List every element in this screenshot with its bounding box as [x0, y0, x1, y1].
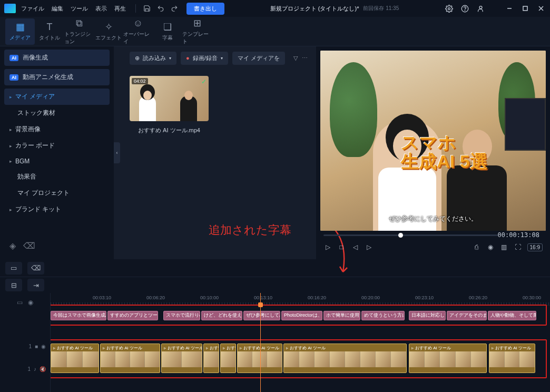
video-clip[interactable]: ▹おすすめ AI ツール — [100, 344, 160, 373]
track-number: 1 — [27, 366, 31, 372]
main-tab-bar: ▦メディア Tタイトル ⧉トランジション ✧エフェクト ☺オーバーレイ ❏字幕 … — [0, 17, 550, 46]
window-maximize-icon[interactable] — [520, 4, 530, 13]
media-content-pane: ‹ ⊕読み込み▾ ●録画/録音▾ マイ メディアを ▽ ⋯ 04:02 ✓ おす… — [114, 46, 316, 259]
menu-play[interactable]: 再生 — [114, 5, 126, 13]
sidebar-item-stock[interactable]: ストック素材 — [4, 105, 110, 121]
video-clip[interactable]: ▹おすすめ AI ツール — [220, 344, 236, 373]
window-close-icon[interactable] — [536, 4, 546, 13]
play-icon[interactable]: ▷ — [323, 243, 332, 251]
aspect-ratio-button[interactable]: 16:9 — [527, 243, 543, 251]
check-icon: ✓ — [201, 78, 207, 85]
timeline-tool-1[interactable]: ▭ — [5, 262, 22, 275]
menu-file[interactable]: ファイル — [21, 5, 44, 13]
mymedia-filter-button[interactable]: マイ メディアを — [232, 52, 285, 65]
snapshot-icon[interactable]: ⎙ — [473, 243, 481, 251]
window-minimize-icon[interactable] — [505, 4, 514, 13]
sidebar-item-background[interactable]: ▸背景画像 — [4, 121, 110, 138]
redo-icon[interactable] — [170, 4, 179, 13]
filter-icon[interactable]: ▽ — [293, 55, 298, 62]
timeline-mode-1[interactable]: ⊟ — [5, 279, 22, 291]
sidebar-item-mymedia[interactable]: ▸マイ メディア — [4, 89, 110, 105]
subtitle-track[interactable]: 今回はスマホで画像生成Aすすめのアプリとツールスマホで流行りの画けど、どれを使え… — [51, 309, 550, 325]
subtitle-clip[interactable]: すすめのアプリとツール — [107, 311, 158, 320]
stop-icon[interactable]: □ — [337, 243, 346, 251]
timeline-ruler[interactable]: 00:03:1000:06:2000:10:0000:13:1000:16:20… — [51, 293, 550, 306]
menu-edit[interactable]: 編集 — [52, 5, 63, 13]
video-track[interactable]: ▹おすすめ AI ツール▹おすすめ AI ツール▹おすすめ AI ツール▹おすす… — [51, 342, 550, 375]
timeline-tracks[interactable]: 00:03:1000:06:2000:10:0000:13:1000:16:20… — [51, 293, 550, 392]
tab-media[interactable]: ▦メディア — [5, 18, 35, 45]
subtitle-clip[interactable]: 今回はスマホで画像生成A — [51, 311, 106, 320]
more-icon[interactable]: ⋯ — [302, 55, 308, 62]
sidebar-item-brandkit[interactable]: ▸ブランド キット — [4, 201, 110, 218]
sidebar-item-bgm[interactable]: ▸BGM — [4, 154, 110, 169]
video-clip[interactable]: ▹おすすめ AI ツール — [237, 344, 282, 373]
subtitle-clip[interactable]: ぜひ参考にしてみ — [243, 311, 280, 320]
mute-icon[interactable]: 🔇 — [40, 366, 46, 372]
tab-effect[interactable]: ✧エフェクト — [94, 18, 123, 45]
account-icon[interactable] — [476, 4, 486, 13]
tab-title[interactable]: Tタイトル — [35, 18, 64, 45]
preview-timecode: 00:00:13:08 — [498, 231, 539, 239]
compare-icon[interactable]: ▥ — [500, 243, 508, 251]
tab-overlay[interactable]: ☺オーバーレイ — [123, 18, 153, 45]
record-button[interactable]: ●録画/録音▾ — [181, 52, 228, 65]
media-duration: 04:02 — [132, 78, 148, 84]
video-track-icon[interactable]: ■ — [35, 344, 38, 349]
audio-track[interactable] — [51, 375, 550, 388]
sidebar-item-sfx[interactable]: 効果音 — [4, 169, 110, 185]
visibility-icon[interactable]: ◉ — [41, 344, 46, 349]
tab-template[interactable]: ⊞テンプレート — [182, 18, 212, 45]
titlebar: ファイル 編集 ツール 表示 再生 書き出し 新規プロジェクト (タイトルなし)… — [0, 0, 550, 17]
video-clip[interactable]: ▹おすすめ AI ツール — [283, 344, 407, 373]
subtitle-clip[interactable]: けど、どれを使えばい — [201, 311, 242, 320]
video-clip[interactable]: ▹おすすめ AI ツール — [203, 344, 219, 373]
preview-video[interactable]: スマホ 生成AI 5選 ぜひ参考にしてみてください。 — [320, 51, 546, 231]
help-icon[interactable] — [460, 4, 470, 13]
preview-overlay-text: スマホ 生成AI 5選 — [401, 133, 487, 171]
timeline-mode-2[interactable]: ⇥ — [27, 279, 44, 291]
settings-icon[interactable] — [445, 4, 454, 13]
tab-transition[interactable]: ⧉トランジション — [64, 18, 94, 45]
video-clip[interactable]: ▹おすすめ AI ツール — [409, 344, 487, 373]
project-title: 新規プロジェクト (タイトルなし)* — [270, 5, 359, 13]
subtitle-clip[interactable]: PhotoDirectorは、 — [281, 311, 322, 320]
video-clip[interactable]: ▹おすすめ AI ツール — [489, 344, 535, 373]
fullscreen-icon[interactable]: ⛶ — [514, 243, 522, 251]
export-button[interactable]: 書き出し — [186, 3, 224, 15]
visibility-icon[interactable]: ◉ — [28, 299, 33, 306]
eyedropper-icon[interactable]: ◈ — [9, 241, 16, 251]
subtitle-clip[interactable]: 人物や動物、そして風 — [488, 311, 536, 320]
subtitle-track-icon[interactable]: ▭ — [17, 299, 23, 306]
subtitle-clip[interactable]: 日本語に対応して — [409, 311, 446, 320]
subtitle-clip[interactable]: めて使うという方に — [361, 311, 405, 320]
timeline-tool-eraser[interactable]: ⌫ — [27, 262, 44, 275]
next-frame-icon[interactable]: ▷ — [365, 243, 373, 251]
playhead[interactable] — [260, 293, 261, 392]
prev-frame-icon[interactable]: ◁ — [351, 243, 359, 251]
sidebar-item-colorboard[interactable]: ▸カラー ボード — [4, 138, 110, 154]
import-button[interactable]: ⊕読み込み▾ — [130, 52, 176, 65]
timeline-area: ▭ ⌫ ⊟ ⇥ ▭ ◉ 1 ■ ◉ 1 ♪ 🔇 00:03:1000:06:20… — [0, 259, 550, 392]
quality-icon[interactable]: ◉ — [486, 243, 495, 251]
tab-subtitle[interactable]: ❏字幕 — [153, 18, 182, 45]
last-save-label: 前回保存 11:35 — [363, 5, 399, 12]
undo-icon[interactable] — [156, 4, 165, 13]
sidebar-item-myproject[interactable]: マイ プロジェクト — [4, 185, 110, 201]
video-clip[interactable]: ▹おすすめ AI ツール — [51, 344, 99, 373]
subtitle-clip[interactable]: ホで簡単に使用で — [323, 311, 360, 320]
eraser-icon[interactable]: ⌫ — [23, 241, 35, 251]
video-clip[interactable]: ▹おすすめ AI ツール — [161, 344, 202, 373]
menu-tool[interactable]: ツール — [71, 5, 88, 13]
annotation-label: 追加された字幕 — [209, 222, 291, 238]
subtitle-clip[interactable]: スマホで流行りの画 — [163, 311, 200, 320]
save-icon[interactable] — [142, 4, 152, 13]
ai-anime-gen-button[interactable]: AI動画アニメ化生成 — [4, 69, 110, 85]
timeline-gutter: ▭ ◉ 1 ■ ◉ 1 ♪ 🔇 — [0, 293, 51, 392]
preview-scrubber[interactable]: 00:00:13:08 — [320, 231, 546, 239]
subtitle-clip[interactable]: アイデアをそのまま — [447, 311, 487, 320]
menu-view[interactable]: 表示 — [95, 5, 107, 13]
audio-track-icon[interactable]: ♪ — [34, 366, 36, 372]
ai-image-gen-button[interactable]: AI画像生成 — [4, 50, 110, 66]
media-item[interactable]: 04:02 ✓ おすすめ AI ツール.mp4 — [130, 76, 209, 134]
